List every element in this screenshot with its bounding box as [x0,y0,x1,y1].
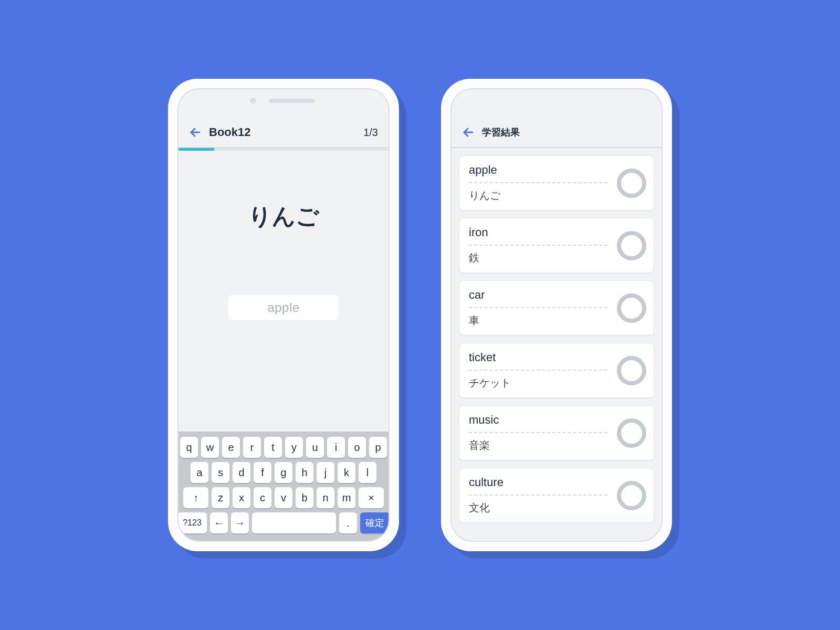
correct-circle-icon [617,481,646,510]
key-c[interactable]: c [254,487,271,508]
results-title: 学習結果 [482,126,520,139]
correct-circle-icon [617,231,646,260]
key-p[interactable]: p [369,437,387,458]
result-jp: 車 [469,313,644,328]
key-q[interactable]: q [180,437,198,458]
key-l[interactable]: l [359,462,376,483]
result-divider [469,432,607,433]
result-en: car [469,288,644,302]
key-k[interactable]: k [338,462,355,483]
key-v[interactable]: v [275,487,292,508]
key-f[interactable]: f [254,462,271,483]
key-o[interactable]: o [348,437,366,458]
result-en: music [469,413,644,427]
keyboard-row-2: a s d f g h j k l [183,462,384,483]
key-j[interactable]: j [317,462,334,483]
result-item[interactable]: iron 鉄 [459,218,654,273]
phone-camera-dot [250,98,256,104]
key-t[interactable]: t [264,437,282,458]
result-item[interactable]: apple りんご [459,155,654,211]
results-list[interactable]: apple りんご iron 鉄 car 車 ticket チケット [452,148,662,541]
result-item[interactable]: music 音楽 [459,405,654,460]
keyboard-row-4: ?123 ← → . 確定 [183,512,384,533]
key-cursor-right[interactable]: → [231,512,249,533]
quiz-title: Book12 [209,125,250,139]
correct-circle-icon [617,169,646,198]
answer-input[interactable]: apple [228,295,339,320]
keyboard-row-1: q w e r t y u i o p [183,437,384,458]
result-jp: 音楽 [469,438,644,453]
quiz-counter: 1/3 [363,127,378,139]
key-space[interactable] [252,512,336,533]
key-a[interactable]: a [191,462,208,483]
phone-left: Book12 1/3 りんご apple q w e r t y u i o p [168,79,399,551]
key-b[interactable]: b [296,487,313,508]
result-jp: りんご [469,188,644,203]
key-w[interactable]: w [201,437,219,458]
key-i[interactable]: i [327,437,345,458]
quiz-card: りんご apple [178,151,388,432]
key-enter[interactable]: 確定 [360,512,390,533]
key-cursor-left[interactable]: ← [210,512,228,533]
result-jp: チケット [469,376,644,390]
result-item[interactable]: car 車 [459,280,654,335]
result-divider [469,495,607,496]
key-u[interactable]: u [306,437,324,458]
soft-keyboard: q w e r t y u i o p a s d f g h j k l [178,432,388,541]
result-item[interactable]: culture 文化 [459,468,654,523]
key-n[interactable]: n [317,487,334,508]
key-h[interactable]: h [296,462,313,483]
result-en: apple [469,163,644,177]
result-divider [469,370,607,371]
result-en: culture [469,476,644,489]
key-g[interactable]: g [275,462,292,483]
result-divider [469,245,607,246]
phone-right-screen: 学習結果 apple りんご iron 鉄 car 車 [450,88,663,542]
result-jp: 鉄 [469,251,644,265]
correct-circle-icon [617,293,646,323]
result-divider [469,182,607,183]
back-arrow-icon[interactable] [462,126,475,139]
key-z[interactable]: z [212,487,229,508]
keyboard-row-3: ↑ z x c v b n m × [183,487,384,508]
key-period[interactable]: . [339,512,357,533]
back-arrow-icon[interactable] [189,126,202,139]
phone-speaker [269,99,315,103]
key-e[interactable]: e [222,437,240,458]
quiz-header: Book12 1/3 [178,118,388,148]
key-d[interactable]: d [233,462,250,483]
phone-left-screen: Book12 1/3 りんご apple q w e r t y u i o p [177,88,390,542]
prompt-word: りんご [248,201,319,232]
key-x[interactable]: x [233,487,250,508]
key-s[interactable]: s [212,462,229,483]
result-item[interactable]: ticket チケット [459,343,654,398]
key-y[interactable]: y [285,437,303,458]
key-mode-switch[interactable]: ?123 [177,512,207,533]
result-jp: 文化 [469,501,644,515]
result-divider [469,307,607,308]
key-shift[interactable]: ↑ [183,487,208,508]
key-m[interactable]: m [338,487,355,508]
result-en: ticket [469,351,644,364]
correct-circle-icon [617,356,646,385]
correct-circle-icon [617,418,646,448]
key-r[interactable]: r [243,437,261,458]
key-backspace[interactable]: × [359,487,384,508]
results-header: 学習結果 [452,118,662,148]
result-en: iron [469,226,644,239]
phone-right: 学習結果 apple りんご iron 鉄 car 車 [441,79,672,551]
